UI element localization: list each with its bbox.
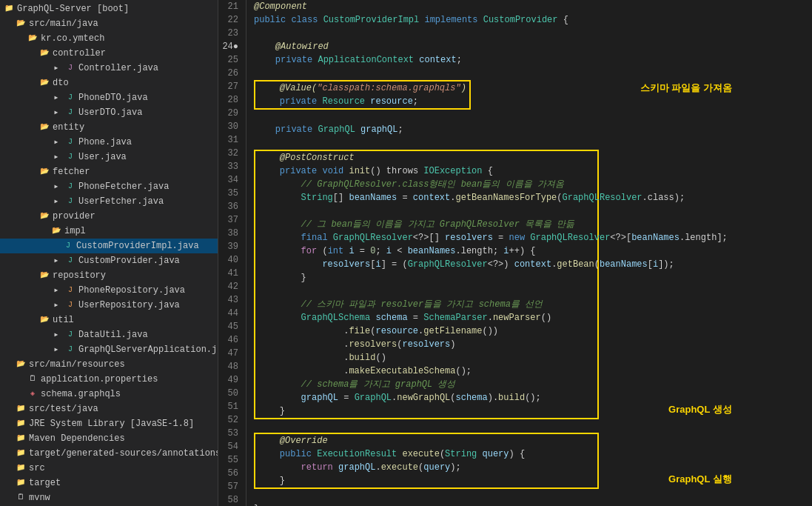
folder-icon: 📂 [38,77,50,89]
code-line-33: private void init() throws IOException { [258,164,594,178]
code-line-23 [254,27,732,40]
code-line-41: } [258,271,594,284]
code-line-25: private ApplicationContext context; [254,53,732,67]
tree-userrepo-label: UserRepository.java [78,299,180,312]
arrow-icon: ▶ [50,62,62,74]
code-line-24: @Autowired [254,40,732,53]
tree-src-main-java[interactable]: 📂 src/main/java [0,16,218,31]
ln-39: 39 [222,240,238,253]
arrow-icon: ▶ [50,136,62,148]
tree-phonedto[interactable]: ▶ J PhoneDTO.java [0,90,218,105]
tree-controller-java[interactable]: ▶ J Controller.java [0,61,218,76]
tree-provider[interactable]: 📂 provider [0,209,218,224]
tree-util[interactable]: 📂 util [0,313,218,327]
tree-target-gen[interactable]: 📁 target/generated-sources/annotations [0,446,218,461]
tree-phonedto-label: PhoneDTO.java [78,91,148,104]
code-line-28: private Resource resource; [258,95,466,108]
folder-icon: 📂 [50,225,62,237]
tree-graphqlapp[interactable]: ▶ J GraphQLServerApplication.java [0,342,218,357]
tree-jre-label: JRE System Library [JavaSE-1.8] [29,417,194,430]
tree-jre[interactable]: 📁 JRE System Library [JavaSE-1.8] [0,416,218,431]
ln-47: 47 [222,347,238,360]
tree-phone-java[interactable]: ▶ J Phone.java [0,135,218,150]
tree-phonerepo[interactable]: ▶ J PhoneRepository.java [0,283,218,298]
tree-src[interactable]: 📁 src [0,461,218,476]
tree-maven[interactable]: 📁 Maven Dependencies [0,431,218,446]
tree-controller-java-label: Controller.java [78,61,158,75]
tree-userfetcher-label: UserFetcher.java [78,195,164,208]
tree-fetcher[interactable]: 📂 fetcher [0,164,218,179]
ln-50: 50 [222,387,238,400]
ln-27: 27 [222,80,238,93]
graphqls-icon: ◈ [27,388,38,400]
ln-45: 45 [222,320,238,333]
java-icon: J [64,196,76,207]
tree-customproviderimpl-label: CustomProviderImpl.java [76,239,199,253]
arrow-icon: ▶ [50,151,62,163]
ln-55: 55 [222,453,238,467]
tree-userrepo[interactable]: ▶ J UserRepository.java [0,298,218,313]
tree-resources[interactable]: 📂 src/main/resources [0,357,218,372]
callout-graphql-create: GraphQL 생성 [668,403,732,416]
tree-schema[interactable]: ◈ schema.graphqls [0,387,218,402]
tree-dto[interactable]: 📂 dto [0,76,218,90]
tree-user-java[interactable]: ▶ J User.java [0,150,218,164]
tree-root[interactable]: 📁 GraphQL-Server [boot] [0,1,218,16]
java-icon: J [64,136,76,148]
tree-src-main-java-label: src/main/java [29,17,98,30]
file-tree: 📁 GraphQL-Server [boot] 📂 src/main/java … [0,0,218,506]
ln-21: 21 [222,0,238,13]
java-icon: J [64,92,76,104]
arrow-icon: ▶ [50,284,62,296]
tree-entity[interactable]: 📂 entity [0,120,218,135]
code-line-58: } [254,502,732,506]
java-icon: J [62,240,74,252]
folder-icon: 📂 [38,166,50,178]
code-line-21: @Component [254,0,732,13]
tree-schema-label: schema.graphqls [41,387,121,401]
arrow-icon: ▶ [50,299,62,311]
code-content[interactable]: 21 22 23 24● 25 26 27 28 29 30 31 32 33 … [218,0,812,506]
folder-icon: 📂 [15,359,27,370]
code-line-39: for (int i = 0; i < beanNames.length; i+… [258,244,594,258]
arrow-icon: ▶ [50,344,62,356]
tree-customprovider[interactable]: ▶ J CustomProvider.java [0,253,218,268]
tree-repository[interactable]: 📂 repository [0,268,218,283]
ln-40: 40 [222,253,238,267]
tree-graphqlapp-label: GraphQLServerApplication.java [78,343,218,356]
code-line-31 [254,136,732,150]
folder-closed-icon: 📁 [15,462,27,474]
tree-appprops[interactable]: 🗒 application.properties [0,372,218,387]
folder-icon: 📂 [15,18,27,30]
tree-phonefetcher[interactable]: ▶ J PhoneFetcher.java [0,179,218,194]
ln-52: 52 [222,413,238,427]
tree-userfetcher[interactable]: ▶ J UserFetcher.java [0,194,218,209]
java-icon: J [64,181,76,193]
folder-closed-icon: 📁 [15,418,27,430]
tree-test[interactable]: 📁 src/test/java [0,402,218,416]
override-box: @Override public ExecutionResult execute… [254,433,732,489]
tree-target[interactable]: 📁 target [0,476,218,490]
tree-util-label: util [53,313,74,327]
tree-kr-co[interactable]: 📂 kr.co.ymtech [0,31,218,46]
ln-48: 48 [222,360,238,373]
ln-56: 56 [222,467,238,480]
ln-53: 53 [222,427,238,440]
ln-43: 43 [222,293,238,307]
tree-customproviderimpl[interactable]: J CustomProviderImpl.java [0,239,218,253]
code-line-44: GraphQLSchema schema = SchemaParser.newP… [258,311,594,324]
code-line-45: .file(resource.getFilename()) [258,324,594,338]
tree-controller[interactable]: 📂 controller [0,46,218,61]
schema-highlight-box: @Value("classpath:schema.graphqls") priv… [254,80,732,110]
folder-closed-icon: 📁 [15,433,27,445]
tree-userdto[interactable]: ▶ J UserDTO.java [0,105,218,120]
file-icon: 🗒 [15,492,27,504]
tree-impl[interactable]: 📂 impl [0,224,218,239]
arrow-icon: ▶ [50,92,62,104]
folder-icon: 📂 [38,210,50,222]
tree-mvnw[interactable]: 🗒 mvnw [0,490,218,505]
ln-54: 54 [222,440,238,453]
tree-datautil[interactable]: ▶ J DataUtil.java [0,327,218,342]
ln-42: 42 [222,280,238,293]
ln-44: 44 [222,307,238,320]
